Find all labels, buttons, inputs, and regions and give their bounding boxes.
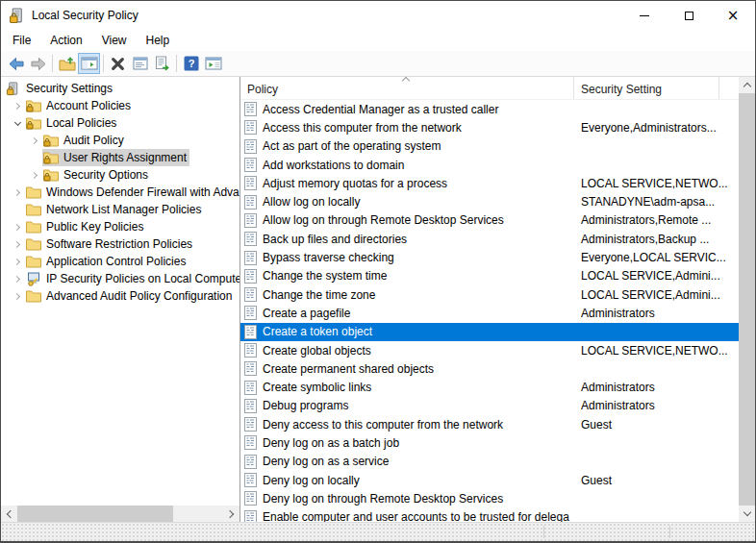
export-list-button[interactable] [151,53,173,74]
policy-name: Create permanent shared objects [263,362,434,376]
tree-item[interactable]: Security Settings [1,80,239,97]
policy-row[interactable]: Allow log on through Remote Desktop Serv… [240,211,739,230]
policy-row[interactable]: Deny log on through Remote Desktop Servi… [240,489,739,507]
policy-row[interactable]: Enable computer and user accounts to be … [240,508,739,522]
expand-chevron-icon[interactable] [11,190,25,195]
tree-item[interactable]: Advanced Audit Policy Configuration [1,287,239,305]
minimize-button[interactable] [622,1,667,30]
policy-document-icon [244,120,257,135]
up-one-level-icon [59,56,76,71]
delete-button[interactable] [107,53,129,74]
policy-setting: Administrators [574,381,739,394]
tree-item-label: Audit Policy [63,134,124,147]
tree-item[interactable]: User Rights Assignment [1,149,239,166]
menu-item-view[interactable]: View [92,31,137,50]
policy-row[interactable]: Deny log on locallyGuest [240,471,739,489]
expand-chevron-icon[interactable] [28,138,42,143]
horizontal-scrollbar[interactable] [1,506,239,522]
policy-row[interactable]: Back up files and directoriesAdministrat… [240,230,739,248]
tree-item[interactable]: Windows Defender Firewall with Adva [1,184,239,201]
policy-row[interactable]: Adjust memory quotas for a processLOCAL … [240,174,739,192]
policy-row[interactable]: Deny log on as a service [240,453,739,471]
show-console-tree-button[interactable] [78,53,100,74]
menu-item-action[interactable]: Action [40,31,91,50]
policy-row[interactable]: Access Credential Manager as a trusted c… [240,100,739,118]
policy-row[interactable]: Deny access to this computer from the ne… [240,415,739,433]
policy-row[interactable]: Create a pagefileAdministrators [240,304,739,322]
properties-button[interactable] [129,53,151,74]
policy-document-icon [244,325,257,339]
tree-item[interactable]: Local Policies [1,114,239,132]
policy-row[interactable]: Add workstations to domain [240,156,739,174]
vertical-scroll-thumb[interactable] [739,93,755,506]
maximize-button[interactable] [667,1,711,30]
expand-chevron-icon[interactable] [11,259,25,264]
menu-item-file[interactable]: File [3,31,40,50]
policy-name: Allow log on through Remote Desktop Serv… [263,213,504,227]
app-lock-icon [9,8,25,24]
policy-name: Deny log on locally [263,474,360,487]
tree-item[interactable]: Account Policies [1,97,239,114]
tree-item[interactable]: IP Security Policies on Local Compute [1,270,239,287]
expand-chevron-icon[interactable] [11,242,25,247]
scroll-right-button[interactable] [223,506,239,522]
column-header-security-setting[interactable]: Security Setting [574,77,719,99]
tree-item[interactable]: Audit Policy [1,132,239,149]
policy-name: Create a token object [263,325,372,338]
tree-item-label: Advanced Audit Policy Configuration [46,289,232,303]
scroll-up-button[interactable] [739,77,755,93]
folder-lock-icon [26,99,42,113]
policy-row[interactable]: Create a token object [240,323,739,341]
tree-item[interactable]: Software Restriction Policies [1,235,239,253]
expand-chevron-icon[interactable] [28,173,42,178]
policy-row[interactable]: Deny log on as a batch job [240,433,739,452]
vertical-scroll-track[interactable] [739,93,755,506]
scroll-left-button[interactable] [1,506,17,522]
titlebar[interactable]: Local Security Policy × [1,1,755,30]
maximize-icon [685,12,693,20]
policy-row[interactable]: Bypass traverse checkingEveryone,LOCAL S… [240,248,739,266]
expand-chevron-icon[interactable] [11,104,25,109]
expand-chevron-icon[interactable] [11,294,25,299]
tree-item-label: IP Security Policies on Local Compute [46,272,240,285]
tree-item-label: Security Settings [26,82,113,95]
policy-row[interactable]: Change the system timeLOCAL SERVICE,Admi… [240,267,739,285]
policy-row[interactable]: Access this computer from the networkEve… [240,118,739,136]
policy-row[interactable]: Create global objectsLOCAL SERVICE,NETWO… [240,341,739,359]
policy-name: Access Credential Manager as a trusted c… [263,103,498,116]
help-button[interactable]: ? [180,53,202,74]
policy-document-icon [244,306,257,320]
horizontal-scroll-thumb[interactable] [17,506,173,522]
collapse-chevron-icon[interactable] [11,122,25,125]
tree-item[interactable]: Network List Manager Policies [1,201,239,218]
back-button[interactable] [5,53,27,74]
policy-document-icon [244,435,257,450]
horizontal-scroll-track[interactable] [17,506,223,522]
menu-item-help[interactable]: Help [137,31,180,50]
policy-row[interactable]: Create permanent shared objects [240,359,739,378]
expand-chevron-icon[interactable] [11,277,25,282]
expand-chevron-icon[interactable] [11,225,25,230]
policy-row[interactable]: Allow log on locallySTANADYNE\adm-apsa..… [240,192,739,210]
policy-document-icon [244,399,257,413]
policy-row[interactable]: Change the time zoneLOCAL SERVICE,Admini… [240,285,739,304]
forward-button[interactable] [27,53,49,74]
policy-document-icon [244,251,257,265]
policy-document-icon [244,158,257,172]
tree-item[interactable]: Application Control Policies [1,253,239,270]
policy-row[interactable]: Debug programsAdministrators [240,397,739,415]
policy-row[interactable]: Create symbolic linksAdministrators [240,378,739,396]
scroll-down-button[interactable] [739,506,755,522]
folder-lock-icon [26,116,42,131]
up-one-level-button[interactable] [56,53,78,74]
policy-name: Act as part of the operating system [263,139,441,153]
policy-rows: Access Credential Manager as a trusted c… [240,100,739,522]
policy-row[interactable]: Act as part of the operating system [240,137,739,156]
vertical-scrollbar[interactable] [739,77,755,522]
column-header-policy[interactable]: Policy [240,77,574,99]
new-window-button[interactable] [202,53,224,74]
policy-setting: Guest [574,418,739,432]
tree-item[interactable]: Security Options [1,166,239,184]
tree-item[interactable]: Public Key Policies [1,218,239,235]
close-button[interactable]: × [711,1,755,30]
